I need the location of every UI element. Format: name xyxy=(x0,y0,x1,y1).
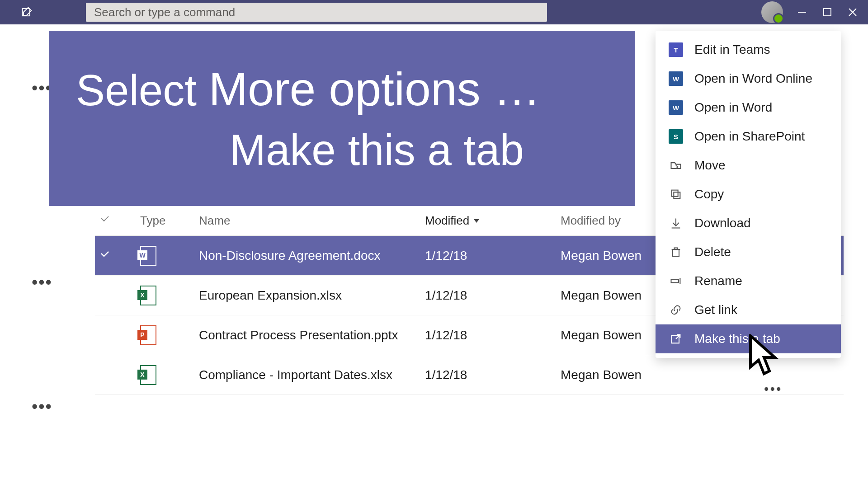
menu-item-word[interactable]: WOpen in Word Online xyxy=(656,64,841,93)
search-placeholder: Search or type a command xyxy=(94,5,235,19)
menu-item-label: Open in SharePoint xyxy=(694,129,805,144)
row-more-button[interactable]: ••• xyxy=(764,381,783,397)
menu-item-label: Copy xyxy=(694,187,724,202)
col-modified[interactable]: Modified xyxy=(425,214,561,228)
rename-icon xyxy=(668,273,684,289)
link-icon xyxy=(668,302,684,318)
word-icon: W xyxy=(668,71,684,86)
menu-item-delete[interactable]: Delete xyxy=(656,238,841,267)
more-icon[interactable]: ••• xyxy=(32,79,52,98)
menu-item-teams[interactable]: TEdit in Teams xyxy=(656,35,841,64)
menu-item-label: Rename xyxy=(694,274,742,288)
instruction-banner: Select More options … Make this a tab xyxy=(49,31,635,206)
file-type-icon: X xyxy=(140,365,199,385)
file-type-icon: W xyxy=(140,246,199,266)
file-name: European Expansion.xlsx xyxy=(199,288,425,303)
menu-item-copy[interactable]: Copy xyxy=(656,180,841,209)
maximize-button[interactable] xyxy=(821,6,834,19)
download-icon xyxy=(668,216,684,231)
menu-item-tab[interactable]: Make this a tab xyxy=(656,324,841,353)
close-button[interactable] xyxy=(846,6,859,19)
copy-icon xyxy=(668,187,684,202)
search-input[interactable]: Search or type a command xyxy=(86,3,547,22)
file-name: Non-Disclosure Agreement.docx xyxy=(199,249,425,263)
menu-item-label: Open in Word xyxy=(694,100,772,115)
menu-item-label: Delete xyxy=(694,245,731,259)
file-modified: 1/12/18 xyxy=(425,249,561,263)
minimize-button[interactable] xyxy=(796,6,808,19)
more-icon[interactable]: ••• xyxy=(32,397,52,417)
file-type-icon: X xyxy=(140,286,199,305)
select-all-checkbox[interactable] xyxy=(99,214,140,228)
tab-icon xyxy=(668,331,684,347)
menu-item-label: Move xyxy=(694,158,725,173)
avatar[interactable] xyxy=(761,1,783,23)
title-bar: Search or type a command xyxy=(0,0,868,24)
table-row[interactable]: XCompliance - Important Dates.xlsx1/12/1… xyxy=(95,355,844,395)
file-modified: 1/12/18 xyxy=(425,328,561,343)
svg-rect-2 xyxy=(824,9,831,16)
file-name: Contract Process Presentation.pptx xyxy=(199,328,425,343)
col-name[interactable]: Name xyxy=(199,214,425,228)
sharepoint-icon: S xyxy=(668,129,684,144)
menu-item-rename[interactable]: Rename xyxy=(656,267,841,296)
left-gutter: ••• ••• ••• xyxy=(0,24,72,488)
menu-item-label: Open in Word Online xyxy=(694,71,812,86)
teams-icon: T xyxy=(668,42,684,57)
word-icon: W xyxy=(668,100,684,115)
svg-marker-5 xyxy=(474,219,479,223)
banner-line1-bold: More options … xyxy=(208,63,540,115)
menu-item-label: Download xyxy=(694,216,751,230)
file-modified: 1/12/18 xyxy=(425,368,561,382)
menu-item-label: Get link xyxy=(694,303,737,317)
menu-item-link[interactable]: Get link xyxy=(656,296,841,324)
row-checkbox[interactable] xyxy=(99,249,140,263)
titlebar-right xyxy=(761,1,859,23)
delete-icon xyxy=(668,244,684,260)
banner-line1-prefix: Select xyxy=(76,66,208,114)
context-menu: TEdit in TeamsWOpen in Word OnlineWOpen … xyxy=(656,31,841,358)
file-name: Compliance - Important Dates.xlsx xyxy=(199,368,425,382)
file-modified-by: Megan Bowen xyxy=(561,368,741,382)
menu-item-label: Make this a tab xyxy=(694,332,780,346)
menu-item-sharepoint[interactable]: SOpen in SharePoint xyxy=(656,122,841,151)
move-icon xyxy=(668,158,684,173)
menu-item-word[interactable]: WOpen in Word xyxy=(656,93,841,122)
svg-rect-6 xyxy=(674,192,680,198)
compose-button[interactable] xyxy=(18,3,36,21)
menu-item-label: Edit in Teams xyxy=(694,42,770,57)
menu-item-download[interactable]: Download xyxy=(656,209,841,238)
col-type[interactable]: Type xyxy=(140,214,199,228)
file-type-icon: P xyxy=(140,325,199,345)
more-icon[interactable]: ••• xyxy=(32,273,52,292)
svg-rect-7 xyxy=(672,190,678,197)
chevron-down-icon xyxy=(473,217,480,225)
svg-rect-8 xyxy=(673,249,679,256)
file-modified: 1/12/18 xyxy=(425,288,561,303)
banner-line2: Make this a tab xyxy=(230,125,635,175)
menu-item-move[interactable]: Move xyxy=(656,151,841,180)
svg-rect-9 xyxy=(671,280,679,283)
